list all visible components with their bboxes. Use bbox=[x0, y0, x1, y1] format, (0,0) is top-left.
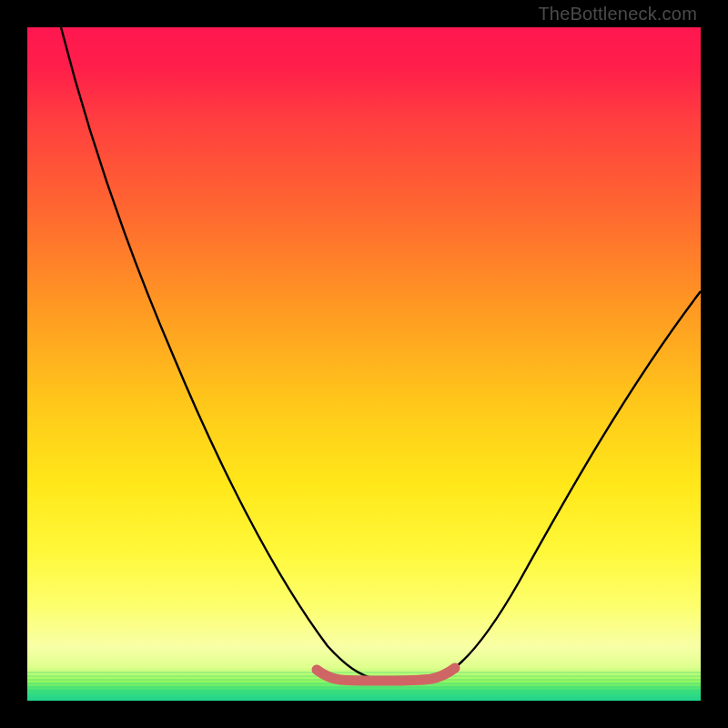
watermark-text: TheBottleneck.com bbox=[538, 4, 697, 25]
bottom-band-line bbox=[317, 668, 455, 681]
band-end-left bbox=[312, 665, 321, 674]
plot-area bbox=[27, 27, 701, 701]
bottleneck-curve bbox=[27, 27, 701, 701]
chart-frame: TheBottleneck.com bbox=[0, 0, 728, 728]
band-end-right bbox=[450, 663, 460, 672]
curve-line bbox=[61, 27, 701, 679]
